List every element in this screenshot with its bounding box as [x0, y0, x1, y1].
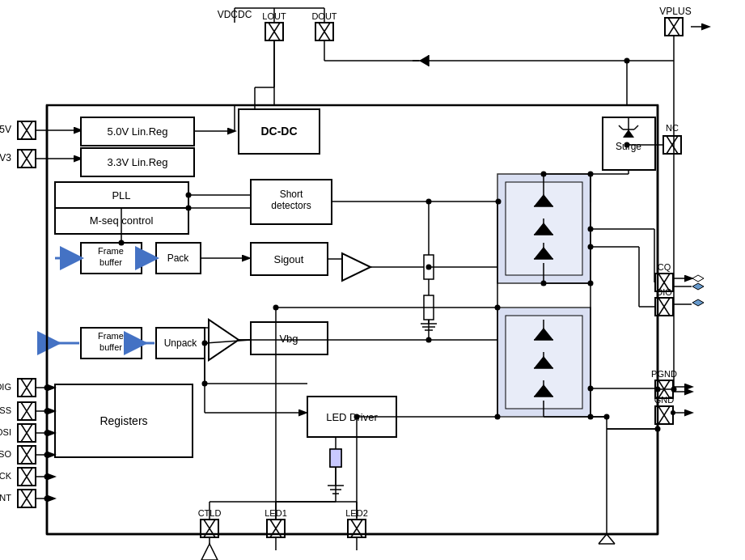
svg-point-261: [495, 305, 501, 311]
svg-point-212: [44, 409, 50, 414]
frame-buf2-label1: Frame: [98, 331, 124, 341]
sck-label: SCK: [0, 471, 12, 481]
svg-marker-169: [692, 299, 704, 306]
pll-label: PLL: [112, 189, 130, 202]
frame-buf2-label2: buffer: [99, 342, 122, 352]
sigout-label: Sigout: [274, 253, 304, 265]
circuit-diagram: VDCDC LOUT DOUT VPLUS V5V V3V3: [0, 0, 745, 560]
svg-marker-207: [201, 544, 218, 560]
svg-point-188: [426, 265, 432, 270]
int-label: INT: [0, 493, 11, 503]
frame-buf1-label2: buffer: [99, 257, 122, 267]
svg-point-215: [44, 474, 50, 480]
ss-label: SS: [0, 405, 11, 415]
svg-point-259: [624, 142, 630, 148]
v3v3-label: V3V3: [0, 152, 11, 163]
svg-point-265: [119, 240, 125, 246]
svg-marker-59: [209, 320, 239, 360]
cq-label: CQ: [658, 262, 671, 272]
miso-label: MISO: [0, 449, 11, 459]
dcdc-label: DC-DC: [260, 125, 297, 138]
svg-rect-263: [330, 449, 341, 467]
svg-point-197: [671, 387, 677, 392]
svg-marker-163: [692, 275, 704, 282]
svg-point-191: [496, 199, 502, 205]
short-det-label: Short: [280, 189, 303, 200]
svg-line-200: [599, 534, 607, 544]
lin-reg-3v3-label: 3.3V Lin.Reg: [107, 156, 167, 168]
nc-label: NC: [666, 123, 679, 133]
svg-point-268: [186, 193, 192, 198]
svg-point-253: [588, 386, 594, 392]
mosi-label: MOSI: [0, 427, 11, 437]
frame-buf1-label1: Frame: [98, 246, 124, 256]
registers-label: Registers: [99, 414, 147, 427]
svg-point-251: [588, 244, 594, 250]
svg-point-271: [655, 387, 661, 392]
pack-label: Pack: [167, 252, 190, 264]
svg-point-252: [588, 281, 594, 286]
pgnd-label: PGND: [651, 369, 677, 379]
svg-marker-15: [419, 55, 429, 66]
lin-reg-5v-label: 5.0V Lin.Reg: [107, 125, 167, 138]
svg-point-213: [44, 431, 50, 436]
svg-point-179: [671, 410, 675, 415]
svg-marker-63: [342, 253, 370, 281]
svg-point-262: [495, 414, 501, 420]
svg-point-255: [588, 414, 594, 420]
unpack-label: Unpack: [164, 337, 198, 349]
vdig-label: VDIG: [0, 382, 11, 392]
short-det-label2: detectors: [271, 200, 311, 211]
svg-point-257: [588, 172, 594, 177]
svg-line-201: [607, 534, 615, 544]
svg-point-214: [44, 452, 50, 458]
svg-point-211: [44, 385, 50, 391]
v5v-label: V5V: [0, 124, 11, 135]
svg-point-216: [44, 496, 50, 502]
vbg-label: Vbg: [279, 333, 298, 345]
svg-point-276: [202, 381, 208, 387]
svg-marker-164: [692, 283, 704, 290]
vplus-label: VPLUS: [659, 6, 691, 17]
svg-point-250: [588, 227, 594, 232]
